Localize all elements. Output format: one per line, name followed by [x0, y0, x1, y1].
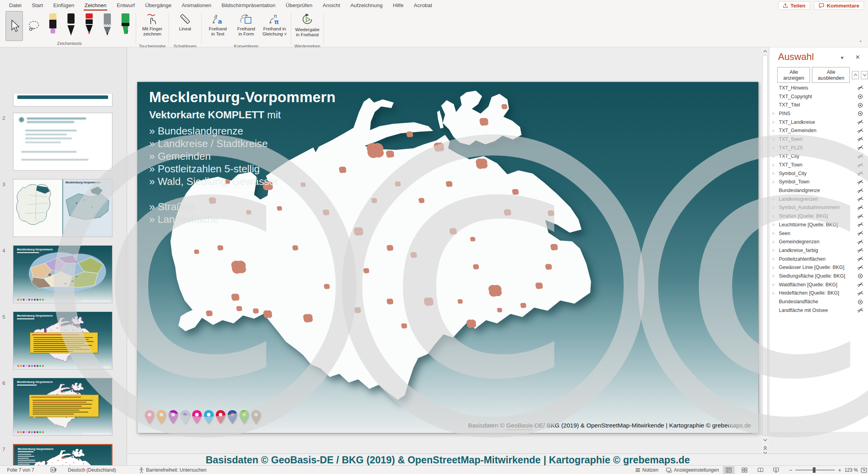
- selection-item-row[interactable]: ▷ TXT_Seen: [769, 135, 868, 144]
- thumbnail-slide-5[interactable]: Mecklenburg-Vorpommern: [13, 312, 112, 369]
- reading-view-button[interactable]: [754, 466, 766, 474]
- ribbon-tab[interactable]: Hilfe: [388, 0, 409, 11]
- expand-triangle-icon[interactable]: ▷: [773, 146, 779, 149]
- visibility-eye-icon[interactable]: [852, 93, 868, 99]
- selection-item-row[interactable]: ▷ Symbol_Autobahnnummern: [769, 203, 868, 212]
- slide-sorter-view-button[interactable]: [739, 466, 750, 474]
- selection-item-row[interactable]: ▷ PINS: [769, 109, 868, 118]
- expand-triangle-icon[interactable]: ▷: [773, 172, 779, 175]
- expand-triangle-icon[interactable]: ▷: [773, 223, 779, 226]
- visibility-eye-icon[interactable]: [852, 196, 868, 202]
- visibility-eye-icon[interactable]: [852, 247, 868, 253]
- ribbon-tab[interactable]: Bildschirmpräsentation: [217, 0, 281, 11]
- share-button[interactable]: Teilen: [778, 1, 810, 10]
- zoom-in-icon[interactable]: +: [838, 467, 841, 473]
- move-down-button[interactable]: [861, 71, 868, 79]
- zoom-level[interactable]: 123 %: [844, 467, 858, 473]
- visibility-eye-icon[interactable]: [852, 273, 868, 279]
- editor-scrollbar[interactable]: [761, 47, 769, 453]
- visibility-eye-icon[interactable]: [852, 239, 868, 245]
- slide-title-block[interactable]: Mecklenburg-Vorpommern Vektorkarte KOMPL…: [149, 89, 335, 226]
- expand-triangle-icon[interactable]: ▷: [773, 163, 779, 167]
- ribbon-tab[interactable]: Animationen: [176, 0, 216, 11]
- visibility-eye-icon[interactable]: [852, 179, 868, 185]
- selection-item-row[interactable]: ▷ Symbol_City: [769, 169, 868, 178]
- expand-triangle-icon[interactable]: ▷: [773, 240, 779, 244]
- show-all-button[interactable]: Alle anzeigen: [777, 67, 810, 83]
- visibility-eye-icon[interactable]: [852, 265, 868, 271]
- green-highlighter-button[interactable]: [118, 11, 133, 41]
- gray-pencil-button[interactable]: [99, 11, 115, 41]
- expand-triangle-icon[interactable]: ▷: [773, 215, 779, 218]
- pane-close-icon[interactable]: ✕: [855, 54, 860, 61]
- selection-item-row[interactable]: ▷ TXT_Titel: [769, 101, 868, 109]
- selection-item-row[interactable]: ▷ Gewässer Linie [Quelle: BKG]: [769, 263, 868, 272]
- expand-triangle-icon[interactable]: ▷: [773, 248, 779, 252]
- comments-button[interactable]: Kommentare: [814, 1, 864, 10]
- selection-item-row[interactable]: ▷ TXT_Gemeinden: [769, 126, 868, 135]
- move-up-button[interactable]: [852, 71, 859, 79]
- scroll-down-icon[interactable]: [762, 437, 768, 443]
- thumbnail-slide-1[interactable]: [13, 94, 112, 106]
- visibility-eye-icon[interactable]: [852, 85, 868, 91]
- thumbnail-slide-6[interactable]: Mecklenburg-Vorpommern: [13, 378, 112, 436]
- selection-item-row[interactable]: ▷ Gemeindegrenzen: [769, 237, 868, 246]
- expand-triangle-icon[interactable]: ▷: [773, 231, 779, 235]
- visibility-eye-icon[interactable]: [852, 170, 868, 176]
- selection-item-row[interactable]: ▷ Siedlungsfläche [Quelle: BKG]: [769, 272, 868, 280]
- visibility-eye-icon[interactable]: [852, 136, 868, 142]
- visibility-eye-icon[interactable]: [852, 213, 868, 219]
- visibility-eye-icon[interactable]: [852, 205, 868, 211]
- spellcheck-status[interactable]: [51, 466, 57, 474]
- visibility-eye-icon[interactable]: [852, 290, 868, 296]
- ribbon-tab[interactable]: Entwurf: [112, 0, 140, 11]
- hide-all-button[interactable]: Alle ausblenden: [812, 67, 850, 83]
- selection-item-row[interactable]: ▷ TXT_Hinweis: [769, 84, 868, 92]
- visibility-eye-icon[interactable]: [852, 188, 868, 194]
- visibility-eye-icon[interactable]: [852, 282, 868, 287]
- selection-item-row[interactable]: ▷ Symbol_Town: [769, 178, 868, 187]
- selection-item-row[interactable]: ▷ TXT_Town: [769, 160, 868, 169]
- pane-menu-chevron-icon[interactable]: ▾: [841, 54, 844, 61]
- ribbon-tab[interactable]: Überprüfen: [281, 0, 318, 11]
- scrollbar-thumb[interactable]: [762, 55, 768, 436]
- expand-triangle-icon[interactable]: ▷: [773, 206, 779, 209]
- selection-item-row[interactable]: ▷ Seen: [769, 229, 868, 238]
- display-settings[interactable]: Anzeigeeinstellungen: [666, 466, 719, 474]
- visibility-eye-icon[interactable]: [852, 230, 868, 236]
- selection-item-row[interactable]: ▷ Landfläche mit Ostsee: [769, 306, 868, 315]
- scroll-up-icon[interactable]: [762, 48, 768, 54]
- expand-triangle-icon[interactable]: ▷: [773, 197, 779, 201]
- selection-item-row[interactable]: ▷ Landkreisgrenzen: [769, 195, 868, 203]
- ruler-button[interactable]: Lineal: [171, 11, 199, 44]
- ribbon-tab[interactable]: Einfügen: [48, 0, 79, 11]
- visibility-eye-icon[interactable]: [852, 256, 868, 262]
- lasso-select-button[interactable]: [25, 11, 43, 41]
- map-pins-row[interactable]: [144, 410, 261, 424]
- ink-to-text-button[interactable]: aa Freihand in Text: [204, 11, 232, 44]
- ribbon-tab[interactable]: Acrobat: [409, 0, 438, 11]
- expand-triangle-icon[interactable]: ▷: [773, 112, 779, 115]
- expand-triangle-icon[interactable]: ▷: [773, 137, 779, 141]
- zoom-out-icon[interactable]: −: [789, 467, 792, 473]
- visibility-eye-icon[interactable]: [852, 222, 868, 228]
- collapse-ribbon-icon[interactable]: ⌃: [859, 40, 862, 45]
- ribbon-tab[interactable]: Ansicht: [318, 0, 345, 11]
- selection-item-row[interactable]: ▷ Waldflächen [Quelle: BKG]: [769, 280, 868, 289]
- expand-triangle-icon[interactable]: ▷: [773, 120, 779, 124]
- slideshow-view-button[interactable]: [770, 466, 782, 474]
- visibility-eye-icon[interactable]: [852, 307, 868, 313]
- notes-toggle[interactable]: Notizen: [635, 466, 658, 474]
- ink-to-shape-button[interactable]: Freihand in Form: [232, 11, 260, 44]
- ribbon-tab[interactable]: Start: [27, 0, 49, 11]
- ribbon-tab[interactable]: Aufzeichnung: [345, 0, 388, 11]
- expand-triangle-icon[interactable]: ▷: [773, 266, 779, 269]
- ribbon-tab[interactable]: Zeichnen: [79, 0, 112, 11]
- expand-triangle-icon[interactable]: ▷: [773, 283, 779, 286]
- select-tool-button[interactable]: [6, 11, 23, 41]
- visibility-eye-icon[interactable]: [852, 102, 868, 108]
- ribbon-tab[interactable]: Übergänge: [140, 0, 177, 11]
- selection-item-row[interactable]: ▷ Leuchttürme [Quelle: BKG]: [769, 220, 868, 229]
- selection-item-row[interactable]: ▷ Bundeslandgrenze: [769, 186, 868, 195]
- selection-item-row[interactable]: ▷ Bundeslandfläche: [769, 297, 868, 306]
